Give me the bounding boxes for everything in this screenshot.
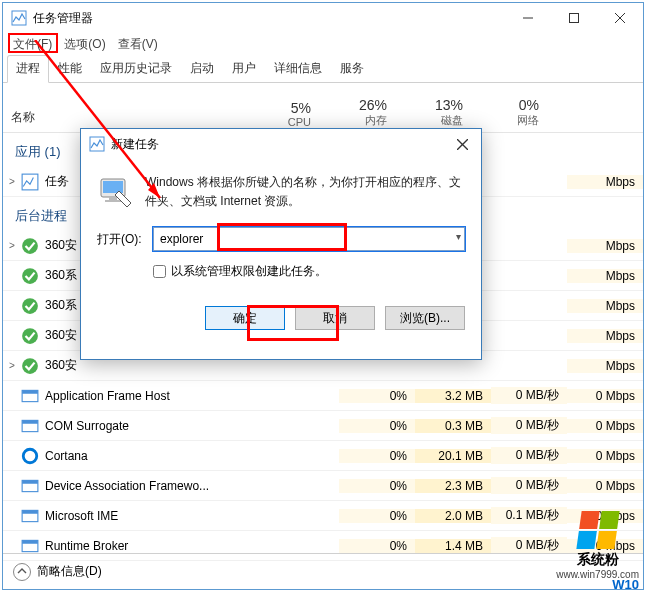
dialog-title: 新建任务: [111, 136, 447, 153]
w10-label: W10: [612, 577, 639, 592]
process-icon: [21, 417, 39, 435]
cell-disk: 0 MB/秒: [491, 447, 567, 464]
admin-label: 以系统管理权限创建此任务。: [171, 263, 327, 280]
cell-network: 0 Mbps: [567, 389, 643, 403]
svg-point-15: [23, 449, 37, 463]
cell-network: 0 Mbps: [567, 449, 643, 463]
process-row[interactable]: Cortana0%20.1 MB0 MB/秒0 Mbps: [3, 441, 643, 471]
expand-icon[interactable]: >: [3, 176, 21, 187]
cell-cpu: 0%: [339, 449, 415, 463]
svg-point-8: [22, 298, 38, 314]
footer: 简略信息(D): [3, 553, 643, 589]
window-title: 任务管理器: [33, 10, 505, 27]
cell-cpu: 0%: [339, 479, 415, 493]
svg-point-7: [22, 268, 38, 284]
admin-checkbox[interactable]: [153, 265, 166, 278]
column-headers: 名称 5%CPU 26%内存 13%磁盘 0%网络: [3, 83, 643, 133]
process-name: Microsoft IME: [45, 509, 339, 523]
process-icon: [21, 327, 39, 345]
process-icon: [21, 387, 39, 405]
process-name: Device Association Framewo...: [45, 479, 339, 493]
cell-memory: 0.3 MB: [415, 419, 491, 433]
col-memory[interactable]: 26%内存: [319, 93, 395, 132]
svg-rect-26: [103, 181, 123, 193]
process-icon: [21, 297, 39, 315]
process-icon: [21, 357, 39, 375]
col-disk[interactable]: 13%磁盘: [395, 93, 471, 132]
open-label: 打开(O):: [97, 231, 153, 248]
tab-processes[interactable]: 进程: [7, 55, 49, 83]
dialog-message: Windows 将根据你所键入的名称，为你打开相应的程序、文件夹、文档或 Int…: [145, 173, 465, 211]
process-icon: [21, 173, 39, 191]
cell-disk: 0 MB/秒: [491, 417, 567, 434]
run-icon: [97, 173, 133, 209]
svg-rect-2: [570, 14, 579, 23]
process-row[interactable]: COM Surrogate0%0.3 MB0 MB/秒0 Mbps: [3, 411, 643, 441]
cell-memory: 1.4 MB: [415, 539, 491, 553]
menu-view[interactable]: 查看(V): [112, 34, 164, 55]
fewer-details-label[interactable]: 简略信息(D): [37, 563, 102, 580]
dialog-close-button[interactable]: [447, 132, 477, 156]
app-icon: [11, 10, 27, 26]
cell-network: Mbps: [567, 269, 643, 283]
svg-rect-14: [22, 420, 38, 423]
fewer-details-icon[interactable]: [13, 563, 31, 581]
cell-cpu: 0%: [339, 419, 415, 433]
maximize-button[interactable]: [551, 3, 597, 33]
tab-performance[interactable]: 性能: [49, 55, 91, 82]
watermark: 系统粉 www.win7999.com: [556, 511, 639, 580]
process-icon: [21, 447, 39, 465]
cell-network: Mbps: [567, 239, 643, 253]
cell-memory: 3.2 MB: [415, 389, 491, 403]
process-row[interactable]: Application Frame Host0%3.2 MB0 MB/秒0 Mb…: [3, 381, 643, 411]
expand-icon[interactable]: >: [3, 240, 21, 251]
process-icon: [21, 537, 39, 555]
dialog-titlebar: 新建任务: [81, 129, 481, 159]
cell-memory: 20.1 MB: [415, 449, 491, 463]
cell-disk: 0 MB/秒: [491, 477, 567, 494]
svg-point-9: [22, 328, 38, 344]
cell-cpu: 0%: [339, 389, 415, 403]
expand-icon[interactable]: >: [3, 360, 21, 371]
annotation-ok-highlight: [247, 305, 339, 341]
process-name: Runtime Broker: [45, 539, 339, 553]
process-name: COM Surrogate: [45, 419, 339, 433]
col-cpu[interactable]: 5%CPU: [243, 96, 319, 132]
open-dropdown-icon[interactable]: ▾: [456, 231, 461, 242]
cell-cpu: 0%: [339, 509, 415, 523]
dialog-icon: [89, 136, 105, 152]
cell-memory: 2.0 MB: [415, 509, 491, 523]
cell-memory: 2.3 MB: [415, 479, 491, 493]
browse-button[interactable]: 浏览(B)...: [385, 306, 465, 330]
cell-network: 0 Mbps: [567, 419, 643, 433]
cell-network: Mbps: [567, 359, 643, 373]
annotation-input-highlight: [217, 223, 347, 251]
process-name: Cortana: [45, 449, 339, 463]
col-network[interactable]: 0%网络: [471, 93, 547, 132]
process-icon: [21, 237, 39, 255]
cell-cpu: 0%: [339, 539, 415, 553]
cell-network: Mbps: [567, 175, 643, 189]
titlebar: 任务管理器: [3, 3, 643, 33]
svg-point-10: [22, 358, 38, 374]
process-icon: [21, 477, 39, 495]
process-row[interactable]: Device Association Framewo...0%2.3 MB0 M…: [3, 471, 643, 501]
tab-services[interactable]: 服务: [331, 55, 373, 82]
menubar: 文件(F) 选项(O) 查看(V): [3, 33, 643, 55]
tab-startup[interactable]: 启动: [181, 55, 223, 82]
tab-app-history[interactable]: 应用历史记录: [91, 55, 181, 82]
process-icon: [21, 507, 39, 525]
menu-options[interactable]: 选项(O): [58, 34, 111, 55]
process-row[interactable]: Microsoft IME0%2.0 MB0.1 MB/秒0 Mbps: [3, 501, 643, 531]
process-name: Application Frame Host: [45, 389, 339, 403]
svg-rect-12: [22, 390, 38, 393]
svg-rect-19: [22, 510, 38, 513]
cell-network: 0 Mbps: [567, 479, 643, 493]
tab-users[interactable]: 用户: [223, 55, 265, 82]
cell-disk: 0 MB/秒: [491, 387, 567, 404]
svg-rect-5: [22, 174, 38, 190]
close-button[interactable]: [597, 3, 643, 33]
svg-rect-27: [109, 197, 117, 200]
tab-details[interactable]: 详细信息: [265, 55, 331, 82]
minimize-button[interactable]: [505, 3, 551, 33]
